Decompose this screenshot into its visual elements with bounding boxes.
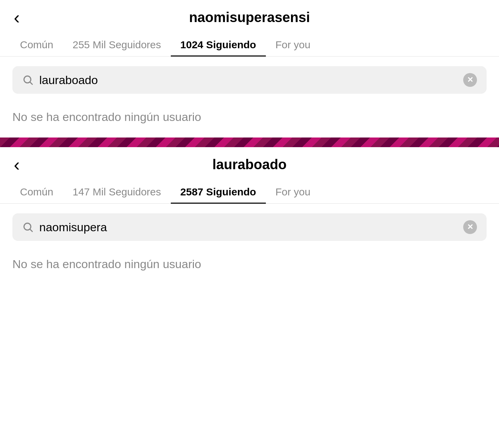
profile-title-2: lauraboado [212, 157, 287, 172]
tab-seguidores-2[interactable]: 147 Mil Seguidores [63, 181, 171, 203]
svg-line-1 [30, 82, 32, 84]
no-results-text-2: No se ha encontrado ningún usuario [0, 251, 499, 285]
tabs-row-1: Común 255 Mil Seguidores 1024 Siguiendo … [0, 33, 499, 57]
back-button-2[interactable]: ‹ [14, 156, 20, 174]
tab-siguiendo-2[interactable]: 2587 Siguiendo [171, 181, 266, 203]
tab-siguiendo-1[interactable]: 1024 Siguiendo [171, 33, 266, 56]
search-container-2: ✕ [0, 204, 499, 251]
search-box-2: ✕ [12, 213, 487, 241]
search-input-2[interactable] [39, 221, 458, 234]
clear-button-2[interactable]: ✕ [463, 220, 477, 234]
search-icon-2 [22, 221, 34, 233]
section-2: ‹ lauraboado Común 147 Mil Seguidores 25… [0, 147, 499, 285]
divider-strip [0, 138, 499, 147]
clear-button-1[interactable]: ✕ [463, 73, 477, 87]
tab-comun-2[interactable]: Común [10, 181, 63, 203]
tab-foryou-2[interactable]: For you [266, 181, 320, 203]
search-input-1[interactable] [39, 73, 458, 87]
clear-icon-1: ✕ [467, 75, 473, 84]
no-results-text-1: No se ha encontrado ningún usuario [0, 103, 499, 138]
tabs-row-2: Común 147 Mil Seguidores 2587 Siguiendo … [0, 181, 499, 204]
search-container-1: ✕ [0, 57, 499, 103]
back-button-1[interactable]: ‹ [14, 9, 20, 27]
header-1: ‹ naomisuperasensi [0, 0, 499, 33]
section-1: ‹ naomisuperasensi Común 255 Mil Seguido… [0, 0, 499, 138]
tab-seguidores-1[interactable]: 255 Mil Seguidores [63, 33, 171, 56]
search-box-1: ✕ [12, 66, 487, 94]
clear-icon-2: ✕ [467, 223, 473, 232]
tab-comun-1[interactable]: Común [10, 33, 63, 56]
header-2: ‹ lauraboado [0, 147, 499, 181]
tab-foryou-1[interactable]: For you [266, 33, 320, 56]
profile-title-1: naomisuperasensi [189, 10, 310, 25]
svg-line-3 [30, 230, 32, 232]
search-icon-1 [22, 74, 34, 86]
